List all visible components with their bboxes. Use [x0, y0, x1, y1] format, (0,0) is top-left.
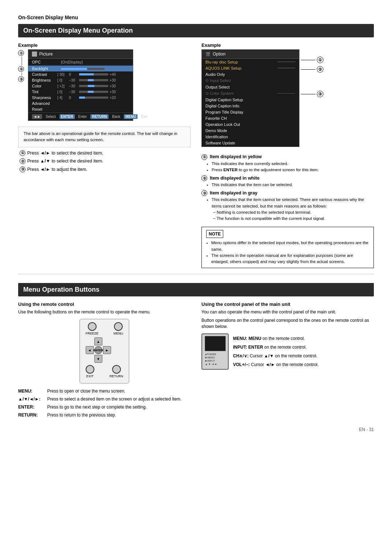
panel-section-title: Using the control panel of the main unit	[201, 301, 374, 307]
nav-enter-label: Enter	[78, 115, 87, 119]
step1-text: Press ◄/► to select the desired item.	[27, 150, 103, 157]
input-panel-bold: ENTER	[248, 345, 263, 350]
annot-2: ②	[317, 66, 323, 73]
note-bullets: Menu options differ in the selected inpu…	[211, 240, 369, 265]
menu-btn: MENU	[114, 322, 123, 335]
step1-num: ①	[20, 150, 25, 156]
input-row: ⊙ Input Select	[202, 77, 299, 84]
color-row: Color [ +2] −30 +30	[28, 83, 133, 89]
step3-num: ③	[20, 167, 25, 172]
annot-1: ①	[317, 57, 323, 63]
sw-update-row: Software Update	[202, 140, 299, 147]
annot-3: ③	[317, 91, 323, 97]
section-label: On-Screen Display Menu	[18, 15, 374, 20]
menu-panel-key: MENU:	[233, 336, 247, 341]
vol-panel-row: VOL+/−: Cursor ◄/► on the remote control…	[233, 360, 319, 369]
reset-row: Reset	[28, 106, 133, 112]
return-label: RETURN	[110, 374, 123, 378]
item-white-desc: ② Item displayed in white This indicates…	[201, 175, 374, 188]
tint-val: [ 0]	[57, 90, 69, 94]
fav-ch-row: Favorite CH	[202, 115, 299, 121]
color-sys-row: ⊙ Color System	[202, 90, 299, 97]
arrows-ctrl-row: ▲/▼/◄/►: Press to select a desired item …	[18, 396, 191, 402]
dpad-up: ▲	[94, 337, 102, 345]
tv-buttons: ●POWER ■ MENU ■ INPUT ▲ ▼ ◄ ►	[204, 353, 226, 365]
freeze-label: FREEZE	[86, 332, 99, 335]
option-menu-box: 🎬 Option Blu-ray disc Setup AQUOS LINK S…	[201, 49, 299, 147]
color-val: [ +2]	[57, 84, 69, 88]
panel-desc2: Button operations on the control panel c…	[201, 317, 374, 330]
nav-bar: ◄► Select ENTER Enter RETURN Back MENU E…	[28, 112, 133, 120]
backlight-label: Backlight	[32, 66, 61, 71]
step-list: ① Press ◄/► to select the desired item. …	[20, 150, 191, 173]
dpad-empty-tl	[86, 337, 94, 345]
aquos-row: AQUOS LINK Setup	[202, 65, 299, 71]
item2-bullet1: This indicates that the item can be sele…	[212, 182, 374, 188]
dpad-empty-br	[103, 355, 111, 363]
step3-circle: ③	[18, 76, 24, 82]
audio-label: Audio Only	[205, 72, 225, 77]
step-3: ③ Press ◄/► to adjust the item.	[20, 167, 191, 173]
menu-ctrl-key: MENU:	[18, 388, 47, 394]
return-ctrl-row: RETURN: Press to return to the previous …	[18, 412, 191, 418]
item3-bullet3: − The function is not compatible with th…	[213, 216, 374, 222]
brightness-val: [ 0]	[57, 78, 69, 82]
item3-bullets: This indicates that the item cannot be s…	[212, 197, 374, 222]
return-circle	[112, 365, 121, 374]
panel-ctrl-labels: MENU: MENU on the remote control. INPUT:…	[233, 334, 319, 369]
tv-box: ●POWER ■ MENU ■ INPUT ▲ ▼ ◄ ►	[201, 333, 229, 370]
note-box: NOTE Menu options differ in the selected…	[201, 227, 374, 268]
note-bullet2: The screens in the operation manual are …	[211, 253, 369, 265]
nav-exit-label: Exit	[141, 115, 147, 119]
operation-section-header: On-Screen Display Menu Operation	[18, 24, 374, 37]
advanced-label: Advanced	[32, 101, 50, 106]
dpad-empty-bl	[86, 355, 94, 363]
step2-circle: ②	[18, 66, 24, 72]
note-title: NOTE	[206, 230, 223, 238]
menu-circle	[114, 322, 123, 331]
brightness-bar	[79, 79, 108, 81]
dig-cap-setup-label: Digital Caption Setup	[205, 98, 243, 102]
enter-ctrl-key: ENTER:	[18, 404, 47, 410]
info-box: The bar above is an operational guide fo…	[18, 127, 191, 147]
advanced-row: Advanced	[28, 100, 133, 106]
ch-up-btn: ▲	[205, 363, 208, 365]
opc-value: [On|Display]	[61, 60, 83, 64]
tint-max: +30	[110, 90, 116, 94]
dig-cap-setup-row: Digital Caption Setup	[202, 97, 299, 103]
dpad: ▲ ◄ ENTER ► ▼	[86, 337, 111, 363]
left-column: Example ① ② ③ Picture OPC [On|Displ	[18, 42, 191, 268]
brightness-label: Brightness	[32, 78, 57, 82]
color-sys-label: ⊙ Color System	[205, 91, 234, 96]
step2-text: Press ▲/▼ to select the desired item.	[27, 158, 103, 165]
item1-bullet2: Press ENTER to go to the adjustment scre…	[212, 167, 374, 173]
tint-num: −30	[69, 90, 78, 94]
remote-section-title: Using the remote control	[18, 301, 191, 307]
reset-label: Reset	[32, 107, 42, 111]
dpad-down: ▼	[94, 355, 102, 363]
contrast-bar	[79, 73, 108, 75]
exit-label: EXIT	[86, 374, 94, 378]
left-menu-header: Picture	[28, 50, 133, 59]
ch-panel-bold: ▲/▼	[264, 353, 274, 358]
remote-diagram: FREEZE MENU ▲ ◄	[79, 319, 130, 383]
contrast-val: [ 30]	[57, 73, 69, 77]
item3-circle: ③	[201, 190, 207, 196]
picture-icon	[32, 52, 37, 57]
exit-circle	[86, 365, 94, 374]
dpad-enter: ENTER	[94, 346, 102, 354]
arrows-ctrl-desc: Press to select a desired item on the sc…	[47, 396, 191, 402]
menu-op-section: Menu Operation Buttons Using the remote …	[18, 283, 374, 420]
color-max: +30	[110, 84, 116, 88]
arrows-ctrl-key: ▲/▼/◄/►:	[18, 396, 47, 402]
menu-ctrl-desc: Press to open or close the menu screen.	[47, 388, 191, 394]
output-row: Output Select	[202, 84, 299, 90]
tv-screen	[205, 336, 226, 351]
enter-ctrl-desc: Press to go to the next step or complete…	[47, 404, 191, 410]
dpad-left: ◄	[86, 346, 94, 354]
color-bar	[79, 85, 108, 87]
identification-label: Identification	[205, 135, 228, 139]
nav-enter-key: ENTER	[60, 114, 75, 119]
tint-label: Tint	[32, 90, 57, 94]
contrast-num: 0	[69, 73, 78, 77]
